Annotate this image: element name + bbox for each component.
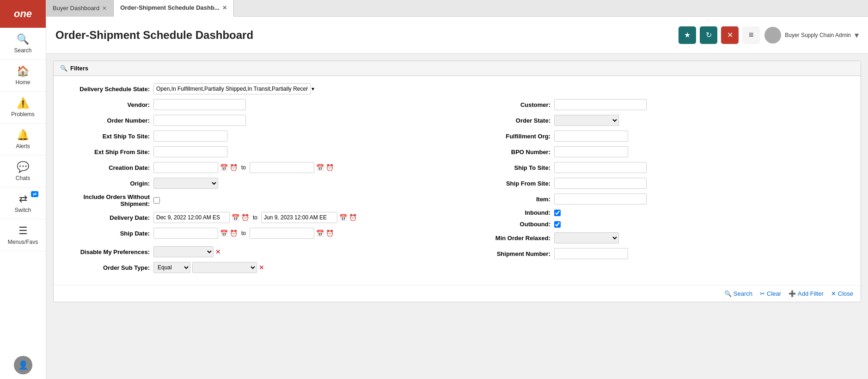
customer-input[interactable] (554, 99, 647, 110)
order-sub-type-clear-icon[interactable]: ✕ (259, 264, 264, 271)
main-area: Buyer Dashboard ✕ Order-Shipment Schedul… (46, 0, 868, 379)
search-icon: 🔍 (17, 33, 29, 45)
sidebar-item-home[interactable]: 🏠 Home (0, 60, 46, 92)
ship-from-site-input[interactable] (554, 178, 647, 189)
calendar-icon-2[interactable]: 📅 (316, 164, 324, 171)
sidebar-item-problems[interactable]: ⚠️ Problems (0, 92, 46, 124)
order-state-select[interactable] (554, 115, 619, 126)
search-button[interactable]: 🔍 Search (724, 290, 752, 297)
calendar-icon[interactable]: 📅 (220, 164, 228, 171)
sidebar-item-label: Menus/Favs (8, 239, 38, 245)
inbound-checkbox[interactable] (554, 210, 561, 216)
creation-date-to-input[interactable] (250, 162, 314, 173)
filter-two-col: Vendor: Order Number: Ext Ship To Site: (61, 99, 853, 278)
sidebar-item-label: Problems (11, 111, 35, 118)
tab-order-shipment[interactable]: Order-Shipment Schedule Dashb... ✕ (114, 0, 234, 17)
sidebar-item-chats[interactable]: 💬 Chats (0, 155, 46, 187)
clear-button[interactable]: ✂ Clear (760, 290, 781, 297)
outbound-row: Outbound: (462, 221, 853, 228)
clock-icon[interactable]: ⏰ (230, 164, 238, 171)
clock-icon-6[interactable]: ⏰ (326, 230, 334, 237)
close-button[interactable]: ✕ (721, 26, 739, 44)
outbound-checkbox[interactable] (554, 221, 561, 228)
delivery-state-dropdown-icon[interactable]: ▾ (312, 86, 314, 92)
sidebar-item-switch[interactable]: ⇄ ⇄ Switch (0, 187, 46, 219)
creation-date-label: Creation Date: (61, 164, 153, 171)
clock-icon-4[interactable]: ⏰ (349, 214, 357, 221)
sidebar-item-search[interactable]: 🔍 Search (0, 28, 46, 60)
bpo-number-label: BPO Number: (462, 149, 554, 155)
filters-title: Filters (70, 65, 88, 72)
add-filter-button[interactable]: ➕ Add Filter (789, 290, 824, 297)
search-label: Search (734, 290, 752, 297)
include-orders-checkbox[interactable] (153, 197, 160, 204)
calendar-icon-4[interactable]: 📅 (339, 214, 347, 221)
item-label: Item: (462, 196, 554, 203)
order-sub-type-equal-select[interactable]: Equal (153, 262, 190, 273)
ext-ship-from-site-row: Ext Ship From Site: (61, 146, 452, 157)
bpo-number-input[interactable] (554, 146, 628, 157)
sidebar-item-alerts[interactable]: 🔔 Alerts (0, 124, 46, 155)
ship-date-row: Ship Date: 📅 ⏰ to 📅 ⏰ (61, 228, 452, 239)
menu-icon: ☰ (18, 225, 28, 237)
ship-to-site-input[interactable] (554, 162, 647, 173)
page-header: Order-Shipment Schedule Dashboard ★ ↻ ✕ … (46, 17, 868, 54)
order-sub-type-value-select[interactable] (192, 262, 257, 273)
delivery-schedule-state-label: Delivery Schedule State: (61, 86, 153, 93)
delivery-date-to-input[interactable] (261, 212, 337, 223)
calendar-icon-5[interactable]: 📅 (220, 230, 228, 237)
calendar-icon-3[interactable]: 📅 (232, 214, 239, 221)
avatar[interactable]: 👤 (14, 356, 32, 374)
sidebar-item-menus[interactable]: ☰ Menus/Favs (0, 219, 46, 251)
close-label: Close (838, 290, 853, 297)
clock-icon-3[interactable]: ⏰ (241, 214, 249, 221)
filters-panel: 🔍 Filters Delivery Schedule State: ▾ Ven… (53, 61, 861, 302)
app-logo[interactable]: one (0, 0, 46, 28)
ext-ship-from-site-input[interactable] (153, 146, 227, 157)
page-title: Order-Shipment Schedule Dashboard (55, 29, 679, 42)
delivery-schedule-state-input[interactable] (153, 83, 311, 94)
tab-buyer-dashboard[interactable]: Buyer Dashboard ✕ (46, 0, 114, 17)
outbound-label: Outbound: (462, 221, 554, 228)
close-filters-button[interactable]: ✕ Close (831, 290, 853, 297)
order-state-label: Order State: (462, 117, 554, 124)
filter-icon: 🔍 (60, 65, 67, 72)
item-input[interactable] (554, 193, 647, 205)
disable-preferences-select[interactable] (153, 246, 214, 257)
tab-close-icon[interactable]: ✕ (222, 5, 227, 11)
sidebar-item-label: Chats (16, 175, 30, 181)
creation-date-row: Creation Date: 📅 ⏰ to 📅 ⏰ (61, 162, 452, 173)
sidebar-item-label: Switch (15, 207, 31, 213)
order-number-input[interactable] (153, 115, 246, 126)
vendor-input[interactable] (153, 99, 246, 110)
clear-label: Clear (767, 290, 781, 297)
menu-button[interactable]: ≡ (742, 26, 760, 44)
logo-text: one (14, 8, 32, 20)
calendar-icon-6[interactable]: 📅 (316, 230, 324, 237)
warning-icon: ⚠️ (17, 97, 29, 109)
close-icon: ✕ (831, 290, 836, 297)
ship-date-to-input[interactable] (250, 228, 314, 239)
creation-date-from-input[interactable] (153, 162, 218, 173)
ship-date-label: Ship Date: (61, 230, 153, 237)
ship-from-site-row: Ship From Site: (462, 178, 853, 189)
user-info: Buyer Supply Chain Admin ▾ (764, 27, 859, 43)
item-row: Item: (462, 193, 853, 205)
fulfillment-org-input[interactable] (554, 130, 628, 142)
origin-select[interactable] (153, 178, 218, 189)
tab-close-icon[interactable]: ✕ (102, 5, 107, 12)
min-order-relaxed-select[interactable] (554, 232, 619, 243)
inbound-label: Inbound: (462, 209, 554, 216)
clock-icon-2[interactable]: ⏰ (326, 164, 334, 171)
disable-preferences-clear-icon[interactable]: ✕ (215, 248, 221, 255)
favorite-button[interactable]: ★ (679, 26, 696, 44)
clock-icon-5[interactable]: ⏰ (230, 230, 238, 237)
shipment-number-input[interactable] (554, 248, 628, 259)
ext-ship-to-site-input[interactable] (153, 130, 227, 142)
ship-date-from-input[interactable] (153, 228, 218, 239)
user-dropdown-icon[interactable]: ▾ (855, 30, 859, 40)
customer-row: Customer: (462, 99, 853, 110)
delivery-date-from-input[interactable] (153, 212, 230, 223)
order-sub-type-label: Order Sub Type: (61, 264, 153, 271)
refresh-button[interactable]: ↻ (700, 26, 717, 44)
